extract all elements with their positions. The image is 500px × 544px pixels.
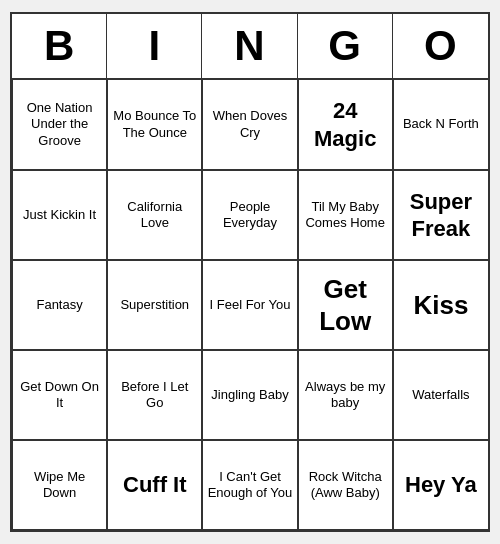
bingo-cell: I Can't Get Enough of You (202, 440, 297, 530)
bingo-cell: Superstition (107, 260, 202, 350)
header-letter: B (12, 14, 107, 78)
header-letter: G (298, 14, 393, 78)
bingo-cell: I Feel For You (202, 260, 297, 350)
bingo-cell: Hey Ya (393, 440, 488, 530)
bingo-cell: Just Kickin It (12, 170, 107, 260)
bingo-cell: California Love (107, 170, 202, 260)
bingo-cell: Til My Baby Comes Home (298, 170, 393, 260)
bingo-cell: Waterfalls (393, 350, 488, 440)
header-letter: O (393, 14, 488, 78)
bingo-cell: Jingling Baby (202, 350, 297, 440)
bingo-header: BINGO (12, 14, 488, 80)
bingo-card: BINGO One Nation Under the GrooveMo Boun… (10, 12, 490, 532)
bingo-cell: People Everyday (202, 170, 297, 260)
bingo-cell: When Doves Cry (202, 80, 297, 170)
bingo-cell: Super Freak (393, 170, 488, 260)
bingo-cell: Get Down On It (12, 350, 107, 440)
bingo-cell: Mo Bounce To The Ounce (107, 80, 202, 170)
bingo-cell: One Nation Under the Groove (12, 80, 107, 170)
bingo-cell: Fantasy (12, 260, 107, 350)
bingo-cell: Get Low (298, 260, 393, 350)
bingo-cell: Rock Witcha (Aww Baby) (298, 440, 393, 530)
bingo-cell: Kiss (393, 260, 488, 350)
header-letter: N (202, 14, 297, 78)
bingo-cell: Back N Forth (393, 80, 488, 170)
bingo-cell: Cuff It (107, 440, 202, 530)
bingo-cell: 24 Magic (298, 80, 393, 170)
bingo-grid: One Nation Under the GrooveMo Bounce To … (12, 80, 488, 530)
bingo-cell: Always be my baby (298, 350, 393, 440)
header-letter: I (107, 14, 202, 78)
bingo-cell: Before I Let Go (107, 350, 202, 440)
bingo-cell: Wipe Me Down (12, 440, 107, 530)
